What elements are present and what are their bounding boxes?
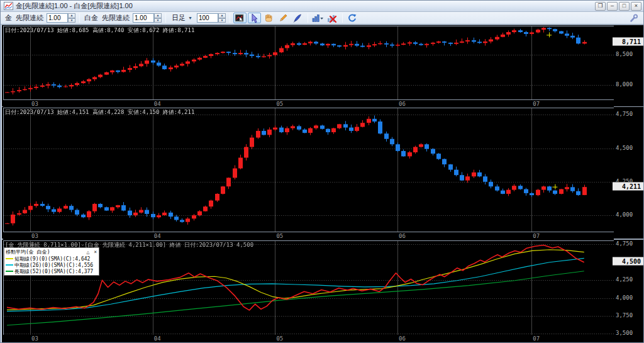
quill-pen-icon — [292, 13, 303, 23]
spin-down-icon[interactable]: ▼ — [218, 18, 226, 23]
spin-up-icon[interactable]: ▲ — [154, 13, 162, 18]
y-axis-label: 4,500 — [616, 145, 633, 151]
instrument2-label: 白金 — [84, 13, 98, 23]
long-ma-swatch — [6, 271, 13, 272]
instrument1-label: 金 — [5, 13, 12, 23]
x-axis-label: 04 — [154, 101, 161, 107]
close-button[interactable]: × — [631, 2, 641, 11]
bar-count-spin-buttons[interactable]: ▲▼ — [218, 13, 226, 23]
spread-x-axis: 0304050607 — [3, 335, 614, 342]
toolbar-separator — [165, 13, 166, 23]
x-axis-label: 03 — [31, 101, 38, 107]
x-axis-label: 07 — [533, 101, 540, 107]
y-axis-label: 4,000 — [616, 295, 633, 301]
toolbar-separator — [308, 13, 308, 23]
x-axis-label: 06 — [399, 101, 406, 107]
delete-indicator-icon — [327, 13, 337, 23]
float-window-button[interactable]: ❐ — [595, 2, 606, 11]
wrench-icon — [629, 13, 639, 23]
app-chart-icon — [4, 2, 13, 10]
y-axis-label: 4,250 — [616, 276, 633, 283]
short-ma-swatch — [6, 258, 13, 259]
bar-chart-icon — [312, 13, 324, 23]
moving-average-legend: 移動平均(金 白金) △ × 短期線(9)(0)(SMA)(C):4,642 中… — [4, 247, 99, 276]
gold-candlestick-panel: 日付:2023/07/13 始値:8,685 高値:8,740 安値:8,672… — [2, 25, 643, 106]
mid-ma-swatch — [6, 264, 13, 266]
pen-annotate-tool-button[interactable] — [291, 13, 304, 23]
delete-indicator-button[interactable] — [326, 13, 339, 23]
spin-up-icon[interactable]: ▲ — [218, 13, 226, 18]
bar-count-spinbox: ▲▼ — [197, 13, 226, 23]
instrument1-contract: 先限連続 — [16, 13, 43, 23]
y-axis-label: 4,750 — [616, 111, 633, 117]
legend-item-short-ma: 短期線(9)(0)(SMA)(C):4,642 — [6, 256, 97, 262]
x-axis-label: 05 — [276, 101, 283, 107]
x-axis-label: 06 — [399, 335, 406, 342]
spin-up-icon[interactable]: ▲ — [68, 13, 75, 18]
gold-price-axis: 8,711 8,5008,000 — [614, 25, 643, 106]
title-bar[interactable]: 金[先限連続]1.00 - 白金[先限連続]1.00 ❐ – □ × — [1, 1, 643, 12]
x-axis-label: 06 — [399, 233, 406, 239]
y-axis-label: 8,000 — [616, 81, 633, 87]
hand-icon — [264, 13, 274, 23]
instrument2-contract: 先限連続 — [102, 13, 130, 23]
pan-hand-tool-button[interactable] — [262, 13, 275, 23]
minimize-button[interactable]: – — [607, 2, 618, 11]
instrument1-spin-buttons[interactable]: ▲▼ — [68, 13, 75, 23]
maximize-button[interactable]: □ — [619, 2, 630, 11]
gold-candlestick-chart[interactable] — [4, 26, 614, 99]
platinum-plot-area — [3, 108, 614, 232]
legend-close-button[interactable]: × — [94, 249, 97, 255]
gold-last-price-badge: 8,711 — [613, 37, 643, 46]
y-axis-label: 3,500 — [616, 330, 633, 336]
spread-last-price-badge: 4,500 — [613, 257, 643, 266]
pencil-tool-button[interactable] — [277, 13, 290, 23]
chart-cursor-icon — [235, 13, 245, 23]
platinum-candlestick-chart[interactable] — [4, 108, 614, 232]
instrument2-spin-buttons[interactable]: ▲▼ — [154, 13, 162, 23]
instrument1-multiplier-input[interactable] — [47, 13, 68, 23]
pencil-icon — [278, 13, 288, 23]
long-ma-label: 長期線(52)(0)(SMA)(C):4,377 — [14, 268, 93, 275]
refresh-icon — [347, 13, 357, 23]
platinum-ohlc-readout: 日付:2023/07/13 始値:4,151 高値:4,228 安値:4,150… — [5, 108, 194, 116]
x-axis-label: 05 — [276, 335, 283, 342]
toolbar-separator — [342, 13, 343, 23]
legend-item-long-ma: 長期線(52)(0)(SMA)(C):4,377 — [6, 268, 97, 274]
platinum-candlestick-panel: 日付:2023/07/13 始値:4,151 高値:4,228 安値:4,150… — [2, 107, 643, 239]
spin-down-icon[interactable]: ▼ — [154, 18, 162, 23]
platinum-price-axis: 4,211 4,7504,5004,2504,000 — [614, 107, 643, 239]
spread-price-axis: 4,500 4,7504,2504,0003,7503,500 — [614, 240, 643, 342]
toolbar-separator — [230, 13, 230, 23]
x-axis-label: 05 — [276, 233, 283, 239]
platinum-last-price-badge: 4,211 — [613, 182, 643, 191]
legend-item-mid-ma: 中期線(26)(0)(SMA)(C):4,556 — [6, 262, 97, 268]
x-axis-label: 07 — [533, 335, 540, 342]
timeframe-dropdown[interactable]: 日足 ▼ — [170, 13, 194, 23]
platinum-x-axis: 0304050607 — [3, 232, 614, 240]
chart-select-tool-button[interactable] — [233, 13, 247, 23]
y-axis-label: 4,750 — [616, 240, 633, 247]
legend-collapse-button[interactable]: △ — [87, 249, 91, 255]
spread-line-panel: [金 先限連続 8,711×1.00]-[白金 先限連続 4,211×1.00]… — [2, 240, 643, 342]
x-axis-label: 04 — [154, 233, 161, 239]
y-axis-label: 8,500 — [616, 51, 633, 57]
settings-wrench-button[interactable] — [627, 13, 640, 23]
cursor-tool-button[interactable] — [248, 13, 261, 23]
bar-count-input[interactable] — [197, 13, 218, 23]
instrument1-multiplier-spinbox: ▲▼ — [47, 13, 75, 23]
refresh-button[interactable] — [346, 13, 359, 23]
indicator-dropdown-button[interactable] — [311, 13, 325, 23]
x-axis-label: 03 — [31, 335, 38, 342]
timeframe-label: 日足 — [172, 13, 186, 23]
instrument2-multiplier-input[interactable] — [133, 13, 154, 23]
chevron-down-icon: ▼ — [188, 16, 192, 20]
gold-ohlc-readout: 日付:2023/07/13 始値:8,685 高値:8,740 安値:8,672… — [5, 26, 194, 35]
y-axis-label: 3,750 — [616, 312, 633, 318]
spin-down-icon[interactable]: ▼ — [68, 18, 75, 23]
x-axis-label: 03 — [31, 233, 38, 239]
window-controls: ❐ – □ × — [595, 2, 641, 11]
x-axis-label: 04 — [154, 335, 161, 342]
x-axis-label: 07 — [533, 233, 540, 239]
arrow-cursor-icon — [249, 13, 259, 23]
